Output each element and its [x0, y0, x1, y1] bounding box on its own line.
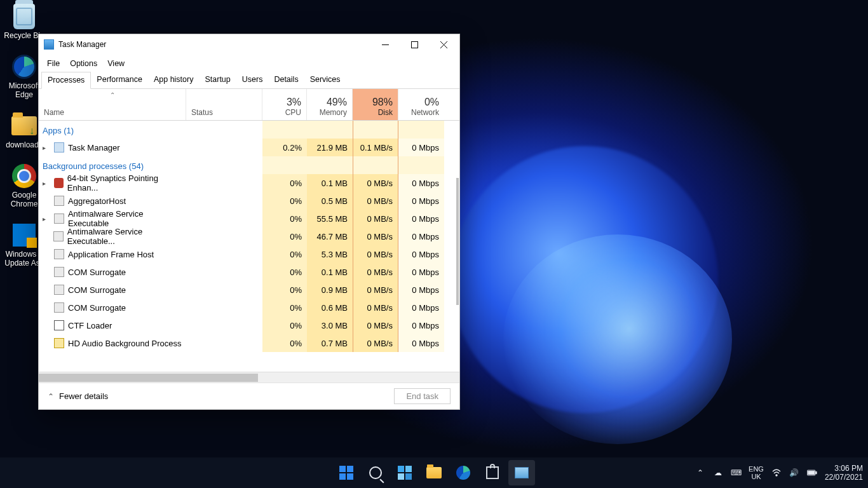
downloads-folder-icon [11, 116, 37, 135]
task-manager-button[interactable] [508, 460, 535, 485]
disk-cell: 0 MB/s [353, 245, 398, 263]
taskbar-center [333, 460, 535, 485]
process-grid: ⌃ Name Status 3% CPU 49% Memory 98% Disk… [39, 89, 459, 383]
battery-icon[interactable] [807, 468, 817, 478]
process-name: 64-bit Synaptics Pointing Enhan... [67, 173, 186, 193]
process-row[interactable]: AggregatorHost 0% 0.5 MB 0 MB/s 0 Mbps [39, 192, 459, 210]
tray-overflow-icon[interactable]: ⌃ [695, 468, 705, 478]
col-memory[interactable]: 49% Memory [307, 89, 353, 120]
tab-processes[interactable]: Processes [41, 72, 91, 89]
task-view-icon [398, 466, 412, 480]
app-icon [54, 214, 64, 224]
svg-rect-6 [815, 471, 817, 474]
app-icon [53, 231, 63, 241]
group-background[interactable]: Background processes (54) [39, 156, 262, 175]
tab-services[interactable]: Services [304, 72, 346, 88]
mem-cell: 46.7 MB [307, 227, 353, 245]
group-apps[interactable]: Apps (1) [39, 121, 262, 139]
disk-pct: 98% [372, 97, 393, 108]
keyboard-icon[interactable]: ⌨ [731, 468, 741, 478]
net-pct: 0% [424, 97, 439, 108]
disk-label: Disk [378, 108, 393, 117]
process-row[interactable]: Application Frame Host 0% 5.3 MB 0 MB/s … [39, 245, 459, 263]
menu-options[interactable]: Options [65, 57, 102, 70]
chevron-right-icon[interactable]: ▸ [43, 144, 50, 151]
tab-details[interactable]: Details [268, 72, 304, 88]
mem-cell: 3.0 MB [307, 316, 353, 334]
store-button[interactable] [479, 460, 506, 485]
net-cell: 0 Mbps [398, 281, 444, 299]
cpu-cell: 0% [262, 334, 307, 352]
process-row[interactable]: COM Surrogate 0% 0.9 MB 0 MB/s 0 Mbps [39, 281, 459, 299]
mem-cell: 21.9 MB [307, 139, 353, 156]
titlebar[interactable]: Task Manager [39, 34, 459, 55]
col-disk[interactable]: 98% Disk [353, 89, 398, 120]
grid-body[interactable]: Apps (1) ▸Task Manager 0.2% 21.9 MB 0.1 … [39, 121, 459, 383]
menu-view[interactable]: View [102, 57, 130, 70]
process-row[interactable]: ▸Antimalware Service Executable 0% 55.5 … [39, 210, 459, 227]
onedrive-icon[interactable]: ☁ [713, 468, 723, 478]
process-row[interactable]: Antimalware Service Executable... 0% 46.… [39, 227, 459, 245]
end-task-button[interactable]: End task [394, 388, 451, 404]
menubar: File Options View [39, 55, 459, 72]
process-row[interactable]: ▸Task Manager 0.2% 21.9 MB 0.1 MB/s 0 Mb… [39, 139, 459, 156]
scrollbar-thumb[interactable] [39, 374, 258, 382]
net-cell: 0 Mbps [398, 263, 444, 281]
recycle-bin-icon [13, 4, 35, 29]
vertical-scrollbar[interactable] [456, 178, 459, 305]
app-icon [54, 249, 64, 259]
process-row[interactable]: CTF Loader 0% 3.0 MB 0 MB/s 0 Mbps [39, 316, 459, 334]
tab-users[interactable]: Users [236, 72, 269, 88]
language-button[interactable]: ENG UK [749, 465, 764, 480]
tab-startup[interactable]: Startup [199, 72, 236, 88]
svg-point-4 [776, 475, 777, 476]
svg-rect-7 [808, 471, 815, 474]
process-row[interactable]: ▸64-bit Synaptics Pointing Enhan... 0% 0… [39, 174, 459, 192]
tab-performance[interactable]: Performance [91, 72, 148, 88]
col-cpu[interactable]: 3% CPU [262, 89, 307, 120]
cpu-cell: 0% [262, 192, 307, 210]
maximize-button[interactable] [400, 34, 429, 55]
cpu-label: CPU [285, 108, 301, 117]
file-explorer-button[interactable] [421, 460, 447, 485]
task-manager-icon [44, 39, 54, 50]
process-row[interactable]: HD Audio Background Process 0% 0.7 MB 0 … [39, 334, 459, 352]
tab-app-history[interactable]: App history [148, 72, 200, 88]
net-cell: 0 Mbps [398, 334, 444, 352]
col-name[interactable]: ⌃ Name [39, 89, 186, 120]
process-row[interactable]: COM Surrogate 0% 0.6 MB 0 MB/s 0 Mbps [39, 299, 459, 316]
fewer-details-link[interactable]: Fewer details [59, 391, 108, 401]
mem-cell: 0.9 MB [307, 281, 353, 299]
lang-secondary: UK [751, 473, 761, 480]
process-name: Application Frame Host [68, 250, 154, 259]
task-manager-icon [515, 467, 529, 478]
process-name: Antimalware Service Executable... [67, 227, 186, 246]
search-button[interactable] [362, 460, 389, 485]
start-button[interactable] [333, 460, 360, 485]
menu-file[interactable]: File [42, 57, 65, 70]
col-status[interactable]: Status [186, 89, 262, 120]
app-icon [54, 285, 64, 295]
process-name: COM Surrogate [68, 303, 126, 313]
clock[interactable]: 3:06 PM 22/07/2021 [825, 464, 863, 482]
task-manager-window: Task Manager File Options View Processes… [38, 34, 460, 410]
store-icon [486, 466, 499, 479]
folder-icon [426, 467, 442, 478]
minimize-button[interactable] [370, 34, 400, 55]
edge-button[interactable] [450, 460, 477, 485]
cpu-cell: 0% [262, 299, 307, 316]
task-view-button[interactable] [391, 460, 418, 485]
process-row[interactable]: COM Surrogate 0% 0.1 MB 0 MB/s 0 Mbps [39, 263, 459, 281]
wifi-icon[interactable] [771, 468, 782, 478]
horizontal-scrollbar[interactable] [39, 372, 459, 383]
cpu-cell: 0% [262, 316, 307, 334]
chevron-right-icon[interactable]: ▸ [43, 215, 50, 222]
col-network[interactable]: 0% Network [398, 89, 444, 120]
edge-icon [456, 466, 470, 480]
close-button[interactable] [429, 34, 458, 55]
edge-icon [12, 55, 36, 79]
chevron-right-icon[interactable]: ▸ [43, 180, 50, 187]
mem-label: Memory [320, 108, 347, 117]
disk-cell: 0 MB/s [353, 281, 398, 299]
volume-icon[interactable]: 🔊 [789, 468, 799, 478]
